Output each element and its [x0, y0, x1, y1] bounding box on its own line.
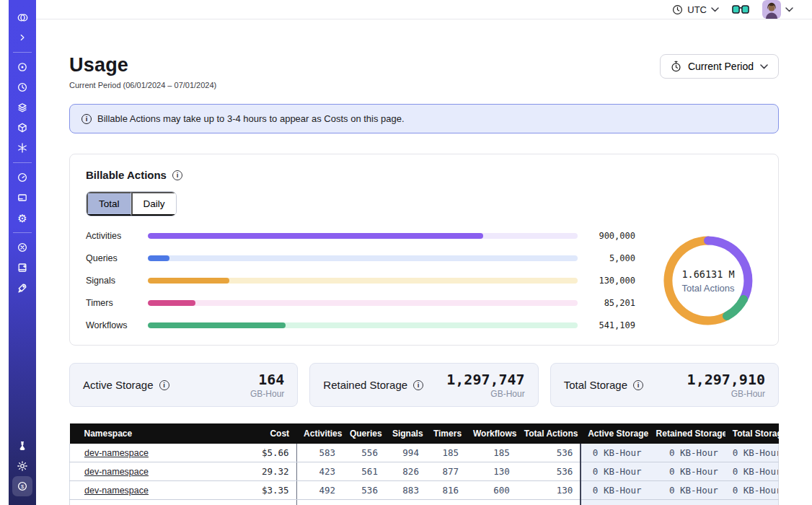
user-menu[interactable]: [762, 0, 793, 19]
cost-cell: $3.35: [233, 481, 296, 500]
cube-icon[interactable]: [12, 118, 32, 138]
info-icon: [81, 114, 92, 124]
asterisk-icon[interactable]: [12, 138, 32, 158]
info-icon[interactable]: [413, 380, 423, 390]
pricing-dollar-icon[interactable]: $: [12, 476, 32, 496]
namespace-cell: dev-namespace: [70, 444, 233, 462]
bar-category-label: Timers: [86, 298, 138, 308]
svg-text:$: $: [21, 483, 25, 490]
total-storage-unit: GB-Hour: [687, 389, 765, 399]
avatar: [762, 0, 781, 19]
namespace-cell: dev-namespace: [70, 481, 233, 500]
workflows-cell: 130: [466, 462, 517, 481]
table-row: dev-namespace $3.35 492 536 883 816 600 …: [70, 481, 779, 500]
queries-cell: [343, 500, 385, 505]
total-storage-cell: 0 KB-Hour: [725, 481, 779, 500]
total-actions-value: 1.66131 M: [681, 268, 734, 280]
cost-cell: $5.66: [233, 444, 296, 462]
retained-storage-cell: [649, 500, 725, 505]
namespace-link[interactable]: dev-namespace: [84, 448, 149, 458]
info-icon[interactable]: [633, 380, 643, 390]
getting-started-rocket-icon[interactable]: [12, 278, 32, 298]
active-storage-unit: GB-Hour: [250, 389, 284, 399]
column-header: Total Storage: [725, 423, 779, 444]
total-actions-cell: 130: [517, 481, 581, 500]
page-content: Usage Current Period (06/01/2024 – 07/01…: [36, 19, 812, 505]
total-storage-cell: [725, 500, 779, 505]
theme-sun-icon[interactable]: [12, 456, 32, 476]
stopwatch-icon: [671, 61, 681, 72]
tab-total[interactable]: Total: [87, 192, 131, 216]
layers-icon[interactable]: [12, 97, 32, 118]
main-area: UTC Usage Current Period (06/01/2024 – 0…: [36, 0, 812, 505]
info-icon[interactable]: [159, 380, 169, 390]
tab-daily[interactable]: Daily: [131, 192, 176, 216]
history-clock-icon[interactable]: [12, 77, 32, 97]
app-root: ⚙ $ UTC: [0, 0, 812, 505]
support-circle-x-icon[interactable]: [12, 237, 32, 258]
activities-cell: 492: [296, 481, 343, 500]
active-storage-cell: 0 KB-Hour: [581, 462, 648, 481]
active-storage-value: 164: [250, 371, 284, 388]
page-subtitle: Current Period (06/01/2024 – 07/01/2024): [69, 81, 216, 89]
total-storage-value: 1,297,910: [687, 371, 765, 388]
timers-cell: 816: [426, 481, 466, 500]
bar-category-label: Workflows: [86, 320, 138, 330]
retained-storage-unit: GB-Hour: [446, 389, 524, 399]
namespace-link[interactable]: dev-namespace: [84, 467, 149, 477]
signals-cell: 883: [385, 481, 426, 500]
info-icon[interactable]: [172, 170, 182, 180]
bar-value: 85,201: [588, 298, 635, 308]
billable-chart-area: Activities 900,000 Queries 5,000 Signals…: [86, 231, 762, 330]
table-row: dev-namespace 29.32 423 561 826 877 130 …: [70, 462, 779, 481]
workflows-cell: 185: [466, 444, 517, 462]
column-header: Activities: [296, 423, 343, 444]
sidebar-divider: [13, 232, 32, 233]
billing-card-icon[interactable]: [12, 188, 32, 208]
settings-gear-icon[interactable]: ⚙: [12, 208, 32, 228]
bar-fill: [148, 233, 483, 239]
table-row: [70, 500, 779, 505]
page-title: Usage: [69, 54, 216, 76]
bar-value: 900,000: [588, 231, 635, 241]
cost-cell: [233, 500, 296, 505]
billable-bar-row: Queries 5,000: [86, 253, 635, 263]
donut-segment-green: [727, 299, 743, 316]
billable-bar-row: Activities 900,000: [86, 231, 635, 241]
docs-book-icon[interactable]: [12, 258, 32, 278]
topbar: UTC: [36, 0, 812, 19]
timezone-selector[interactable]: UTC: [672, 4, 719, 15]
billable-bar-row: Workflows 541,109: [86, 320, 635, 330]
queries-cell: 556: [343, 444, 385, 462]
labs-flask-icon[interactable]: [12, 436, 32, 456]
billable-actions-card: Billable Actions TotalDaily Activities 9…: [69, 154, 779, 346]
billable-bar-row: Timers 85,201: [86, 298, 635, 308]
bar-value: 5,000: [588, 253, 635, 263]
active-storage-cell: 0 KB-Hour: [581, 481, 648, 500]
bar-category-label: Activities: [86, 231, 138, 241]
timers-cell: [426, 500, 466, 505]
page-header: Usage Current Period (06/01/2024 – 07/01…: [69, 54, 779, 89]
period-selector-button[interactable]: Current Period: [660, 54, 779, 79]
column-header: Cost: [233, 423, 296, 444]
namespace-usage-table: NamespaceCostActivitiesQueriesSignalsTim…: [69, 423, 779, 505]
column-header: Signals: [385, 423, 426, 444]
namespace-link[interactable]: dev-namespace: [84, 486, 149, 496]
bar-track: [148, 255, 578, 261]
sidebar-divider: [13, 52, 32, 53]
billable-actions-title: Billable Actions: [86, 169, 167, 181]
storage-summary-row: Active Storage 164 GB-Hour Retained Stor…: [69, 363, 779, 407]
total-storage-cell: 0 KB-Hour: [725, 462, 779, 481]
bar-value: 541,109: [588, 320, 635, 330]
usage-meter-icon[interactable]: [12, 167, 32, 188]
temporal-logo-icon[interactable]: [12, 7, 32, 27]
glasses-icon[interactable]: [732, 5, 749, 14]
bar-fill: [148, 278, 229, 284]
signals-cell: 994: [385, 444, 426, 462]
signals-cell: 826: [385, 462, 426, 481]
expand-chevron-icon[interactable]: [12, 27, 32, 48]
namespaces-target-icon[interactable]: [12, 57, 32, 77]
column-header: Active Storage: [581, 423, 648, 444]
total-actions-donut: 1.66131 M Total Actions: [654, 236, 762, 325]
bar-fill: [148, 300, 195, 306]
